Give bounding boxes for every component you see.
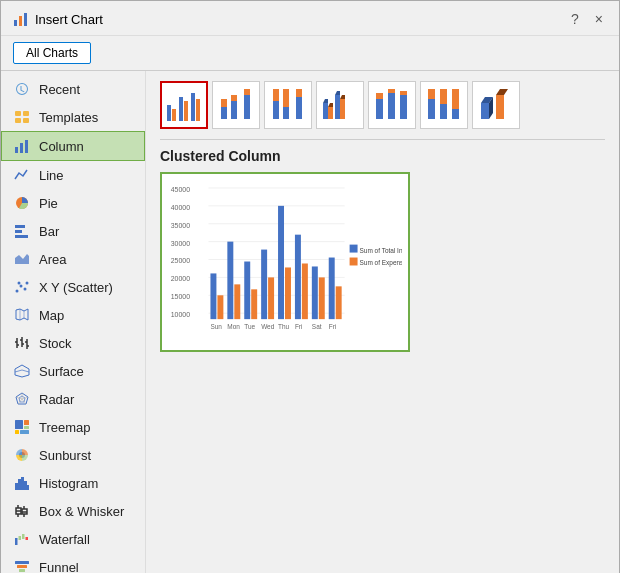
sidebar-item-recent[interactable]: Recent bbox=[1, 75, 145, 103]
svg-text:20000: 20000 bbox=[171, 275, 190, 282]
sidebar-item-pie[interactable]: Pie bbox=[1, 189, 145, 217]
svg-rect-77 bbox=[231, 101, 237, 119]
sidebar-item-pie-label: Pie bbox=[39, 196, 58, 211]
svg-rect-106 bbox=[452, 89, 459, 109]
svg-rect-73 bbox=[191, 93, 195, 121]
svg-rect-40 bbox=[24, 420, 29, 425]
svg-rect-49 bbox=[27, 485, 29, 490]
svg-text:30000: 30000 bbox=[171, 240, 190, 247]
radar-icon bbox=[13, 390, 31, 408]
sidebar-item-line-label: Line bbox=[39, 168, 64, 183]
chart-type-stacked-100[interactable] bbox=[264, 81, 312, 129]
help-button[interactable]: ? bbox=[567, 9, 583, 29]
map-icon bbox=[13, 306, 31, 324]
separator bbox=[160, 139, 605, 140]
svg-marker-94 bbox=[340, 95, 345, 99]
svg-rect-46 bbox=[18, 479, 21, 490]
svg-rect-63 bbox=[17, 565, 27, 568]
sidebar-item-xy-scatter[interactable]: X Y (Scatter) bbox=[1, 273, 145, 301]
svg-point-18 bbox=[26, 282, 29, 285]
svg-line-36 bbox=[22, 399, 26, 404]
svg-rect-95 bbox=[376, 99, 383, 119]
svg-text:Sum of Total Income: Sum of Total Income bbox=[360, 247, 402, 254]
sidebar-item-area[interactable]: Area bbox=[1, 245, 145, 273]
sidebar-item-box-whisker-label: Box & Whisker bbox=[39, 504, 124, 519]
svg-text:25000: 25000 bbox=[171, 257, 190, 264]
svg-rect-137 bbox=[285, 267, 291, 319]
sidebar-item-radar[interactable]: Radar bbox=[1, 385, 145, 413]
svg-rect-99 bbox=[400, 95, 407, 119]
svg-rect-42 bbox=[15, 430, 19, 434]
svg-rect-60 bbox=[22, 534, 25, 539]
svg-marker-111 bbox=[496, 89, 508, 95]
chart-title-icon bbox=[13, 11, 29, 27]
svg-point-15 bbox=[16, 290, 19, 293]
bar-icon bbox=[13, 222, 31, 240]
chart-type-clustered[interactable] bbox=[160, 81, 208, 129]
svg-rect-87 bbox=[323, 103, 328, 119]
svg-rect-96 bbox=[376, 93, 383, 99]
svg-text:40000: 40000 bbox=[171, 204, 190, 211]
svg-rect-143 bbox=[336, 286, 342, 319]
chart-type-stacked[interactable] bbox=[212, 81, 260, 129]
sidebar-item-waterfall[interactable]: Waterfall bbox=[1, 525, 145, 553]
svg-rect-74 bbox=[196, 99, 200, 121]
title-bar-left: Insert Chart bbox=[13, 11, 103, 27]
chart-type-3d-clustered[interactable] bbox=[316, 81, 364, 129]
svg-text:Sun: Sun bbox=[210, 323, 222, 330]
svg-rect-136 bbox=[278, 206, 284, 319]
svg-rect-131 bbox=[234, 284, 240, 319]
svg-rect-11 bbox=[15, 225, 25, 228]
sidebar-item-sunburst[interactable]: Sunburst bbox=[1, 441, 145, 469]
sidebar-item-map-label: Map bbox=[39, 308, 64, 323]
svg-text:Wed: Wed bbox=[261, 323, 275, 330]
svg-rect-90 bbox=[340, 99, 345, 119]
sidebar-item-map[interactable]: Map bbox=[1, 301, 145, 329]
chart-type-3d-stacked-100[interactable] bbox=[420, 81, 468, 129]
sidebar-item-area-label: Area bbox=[39, 252, 66, 267]
sidebar-item-line[interactable]: Line bbox=[1, 161, 145, 189]
svg-text:Fri: Fri bbox=[329, 323, 337, 330]
sidebar-item-bar[interactable]: Bar bbox=[1, 217, 145, 245]
svg-rect-48 bbox=[24, 481, 27, 490]
chart-type-3d-column[interactable] bbox=[472, 81, 520, 129]
close-button[interactable]: × bbox=[591, 9, 607, 29]
sidebar-item-stock[interactable]: Stock bbox=[1, 329, 145, 357]
sidebar-item-box-whisker[interactable]: Box & Whisker bbox=[1, 497, 145, 525]
sidebar-item-sunburst-label: Sunburst bbox=[39, 448, 91, 463]
funnel-icon bbox=[13, 558, 31, 573]
all-charts-tab[interactable]: All Charts bbox=[13, 42, 91, 64]
sidebar-item-histogram[interactable]: Histogram bbox=[1, 469, 145, 497]
sidebar-item-treemap[interactable]: Treemap bbox=[1, 413, 145, 441]
svg-rect-4 bbox=[23, 111, 29, 116]
svg-rect-89 bbox=[335, 95, 340, 119]
waterfall-icon bbox=[13, 530, 31, 548]
sidebar-item-column[interactable]: Column bbox=[1, 131, 145, 161]
svg-rect-9 bbox=[25, 140, 28, 153]
svg-rect-80 bbox=[244, 89, 250, 95]
svg-text:35000: 35000 bbox=[171, 222, 190, 229]
recent-icon bbox=[13, 80, 31, 98]
svg-text:Thu: Thu bbox=[278, 323, 290, 330]
main-content: Clustered Column 45000 40000 35000 30000… bbox=[146, 71, 619, 573]
svg-rect-140 bbox=[312, 266, 318, 319]
sidebar-item-templates[interactable]: Templates bbox=[1, 103, 145, 131]
chart-type-3d-stacked[interactable] bbox=[368, 81, 416, 129]
svg-rect-5 bbox=[15, 118, 21, 123]
svg-rect-6 bbox=[23, 118, 29, 123]
svg-point-19 bbox=[18, 282, 21, 285]
box-whisker-icon bbox=[13, 502, 31, 520]
svg-marker-93 bbox=[328, 103, 333, 107]
svg-rect-79 bbox=[244, 95, 250, 119]
sidebar-item-funnel[interactable]: Funnel bbox=[1, 553, 145, 573]
sidebar-item-surface[interactable]: Surface bbox=[1, 357, 145, 385]
svg-text:Sat: Sat bbox=[312, 323, 322, 330]
svg-rect-3 bbox=[15, 111, 21, 116]
sidebar-item-recent-label: Recent bbox=[39, 82, 80, 97]
svg-marker-92 bbox=[335, 91, 340, 95]
svg-rect-84 bbox=[283, 89, 289, 107]
svg-rect-132 bbox=[244, 262, 250, 320]
svg-rect-138 bbox=[295, 235, 301, 319]
chart-preview: 45000 40000 35000 30000 25000 20000 1500… bbox=[160, 172, 410, 352]
sidebar-item-surface-label: Surface bbox=[39, 364, 84, 379]
